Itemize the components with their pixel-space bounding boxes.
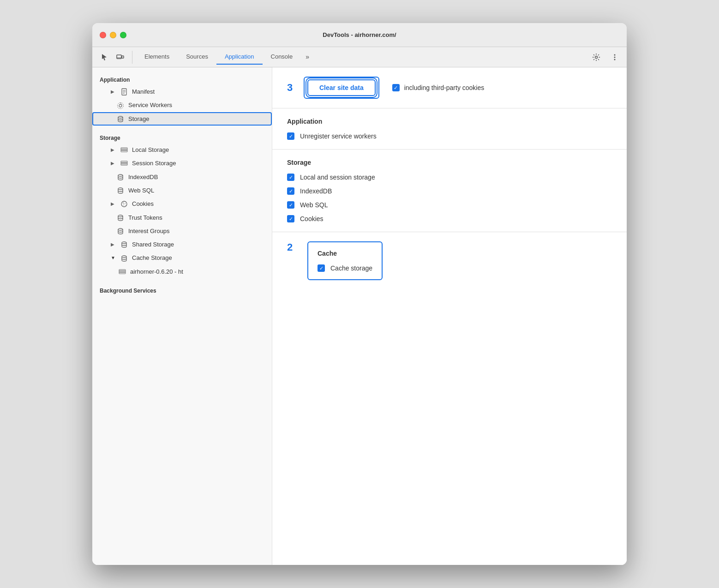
svg-rect-34 <box>119 272 126 274</box>
sidebar-item-local-storage[interactable]: ▶ Local Storage <box>92 143 272 156</box>
svg-point-30 <box>122 242 126 244</box>
cursor-icon[interactable] <box>98 51 111 64</box>
more-options-icon[interactable] <box>608 51 621 64</box>
trust-tokens-label: Trust Tokens <box>128 214 264 221</box>
cache-entry-icon <box>118 268 126 276</box>
svg-point-29 <box>118 228 123 230</box>
tabs-bar: Elements Sources Application Console » <box>92 47 627 67</box>
tabs-actions <box>590 51 621 64</box>
main-content: Application ▶ Manifest Service Workers S… <box>92 67 627 565</box>
svg-rect-0 <box>117 55 121 59</box>
web-sql-option-label: Web SQL <box>300 201 328 209</box>
clear-site-data-section: 3 Clear site data ✓ including third-part… <box>272 67 627 108</box>
sidebar-item-cache-entry[interactable]: airhorner-0.6.20 - ht <box>92 265 272 278</box>
cookies-option-label: Cookies <box>300 215 324 222</box>
sidebar-item-cookies[interactable]: ▶ Cookies <box>92 197 272 210</box>
sidebar-item-service-workers[interactable]: Service Workers <box>92 98 272 112</box>
sidebar-item-shared-storage[interactable]: ▶ Shared Storage <box>92 238 272 251</box>
tab-application[interactable]: Application <box>216 49 263 65</box>
svg-point-11 <box>119 104 122 107</box>
local-storage-arrow-icon: ▶ <box>111 147 116 152</box>
callout-3: 3 <box>287 82 300 94</box>
interest-groups-icon <box>116 227 125 235</box>
session-storage-label: Session Storage <box>132 160 264 167</box>
cache-highlight-box: Cache ✓ Cache storage <box>307 241 383 280</box>
svg-point-28 <box>118 215 123 217</box>
svg-point-14 <box>118 116 123 118</box>
title-bar: DevTools - airhorner.com/ <box>92 23 627 47</box>
sidebar-item-session-storage[interactable]: ▶ Session Storage <box>92 156 272 170</box>
svg-point-24 <box>123 203 124 204</box>
svg-point-21 <box>118 174 123 176</box>
svg-point-27 <box>125 205 126 206</box>
svg-point-25 <box>125 204 126 204</box>
local-session-storage-checkbox[interactable]: ✓ <box>287 174 294 181</box>
tab-sources[interactable]: Sources <box>178 49 216 65</box>
sidebar-item-manifest[interactable]: ▶ Manifest <box>92 85 272 98</box>
sidebar-item-indexeddb[interactable]: IndexedDB <box>92 170 272 183</box>
unregister-sw-label: Unregister service workers <box>300 132 377 140</box>
service-workers-label: Service Workers <box>128 102 264 108</box>
devtools-window: DevTools - airhorner.com/ Elements <box>92 23 627 565</box>
sidebar-item-interest-groups[interactable]: Interest Groups <box>92 224 272 238</box>
cookies-arrow-icon: ▶ <box>111 201 116 206</box>
storage-options-section: Storage ✓ Local and session storage ✓ In… <box>272 150 627 232</box>
sidebar-item-web-sql[interactable]: Web SQL <box>92 184 272 197</box>
sidebar-item-cache-storage[interactable]: ▼ Cache Storage <box>92 251 272 264</box>
minimize-button[interactable] <box>110 32 116 38</box>
third-party-cookies-label: including third-party cookies <box>404 84 485 91</box>
svg-point-22 <box>118 188 123 190</box>
indexeddb-checkbox[interactable]: ✓ <box>287 187 294 195</box>
shared-storage-icon <box>120 240 128 248</box>
svg-point-3 <box>595 56 598 58</box>
application-section-heading: Application <box>287 118 612 125</box>
svg-point-5 <box>614 56 616 58</box>
web-sql-row: ✓ Web SQL <box>287 201 612 209</box>
close-button[interactable] <box>100 32 106 38</box>
storage-section-heading: Storage <box>287 159 612 166</box>
settings-icon[interactable] <box>590 51 603 64</box>
cache-section-heading: Cache <box>318 250 372 257</box>
web-sql-icon <box>116 186 125 194</box>
cache-storage-checkbox[interactable]: ✓ <box>318 264 325 272</box>
sidebar-item-storage[interactable]: Storage <box>92 112 272 126</box>
device-icon[interactable] <box>114 51 126 64</box>
unregister-service-workers-row: ✓ Unregister service workers <box>287 132 612 140</box>
third-party-cookies-checkbox[interactable]: ✓ <box>392 84 400 91</box>
callout-2: 2 <box>287 241 300 253</box>
manifest-icon <box>120 88 128 96</box>
manifest-label: Manifest <box>132 88 264 95</box>
indexeddb-icon <box>116 173 125 180</box>
local-storage-icon <box>120 146 128 154</box>
sidebar-application-heading: Application <box>92 73 272 85</box>
arrow-icon: ▶ <box>111 89 116 94</box>
web-sql-checkbox[interactable]: ✓ <box>287 201 294 209</box>
svg-rect-1 <box>122 56 124 58</box>
local-session-storage-row: ✓ Local and session storage <box>287 174 612 181</box>
cache-storage-arrow-icon: ▼ <box>111 255 116 260</box>
traffic-lights <box>100 32 126 38</box>
devtools-icons <box>98 51 132 64</box>
third-party-cookies-row: ✓ including third-party cookies <box>392 84 485 91</box>
tab-more[interactable]: » <box>301 49 314 65</box>
svg-point-6 <box>614 59 616 60</box>
sidebar-item-trust-tokens[interactable]: Trust Tokens <box>92 210 272 224</box>
cookies-label: Cookies <box>132 200 264 207</box>
session-storage-icon <box>120 159 128 167</box>
tab-console[interactable]: Console <box>263 49 301 65</box>
svg-point-31 <box>122 256 126 258</box>
trust-tokens-icon <box>116 213 125 221</box>
maximize-button[interactable] <box>120 32 126 38</box>
sidebar-background-services-heading: Background Services <box>92 284 272 296</box>
tab-list: Elements Sources Application Console » <box>136 49 590 65</box>
svg-rect-17 <box>121 150 127 152</box>
tab-elements[interactable]: Elements <box>136 49 178 65</box>
web-sql-label: Web SQL <box>128 187 264 194</box>
shared-storage-arrow-icon: ▶ <box>111 242 116 247</box>
interest-groups-label: Interest Groups <box>128 228 264 234</box>
clear-site-data-button[interactable]: Clear site data <box>307 79 376 96</box>
application-options-section: Application ✓ Unregister service workers <box>272 108 627 150</box>
unregister-sw-checkbox[interactable]: ✓ <box>287 132 294 140</box>
cookies-checkbox[interactable]: ✓ <box>287 215 294 222</box>
storage-icon <box>116 115 125 123</box>
